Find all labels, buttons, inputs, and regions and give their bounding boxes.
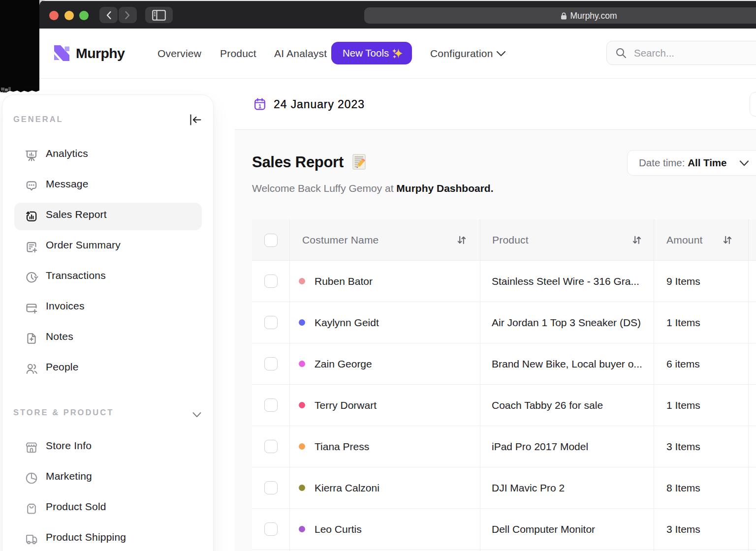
svg-text:1: 1 xyxy=(258,103,261,109)
